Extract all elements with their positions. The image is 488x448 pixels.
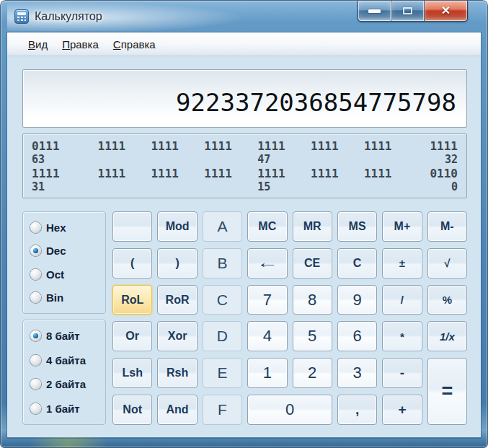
- key-sqrt[interactable]: √: [427, 248, 467, 278]
- key-4[interactable]: 4: [247, 321, 287, 351]
- menu-view[interactable]: Вид: [21, 35, 55, 53]
- key-or[interactable]: Or: [112, 321, 152, 351]
- display-value: 9223372036854775798: [176, 88, 456, 117]
- radio-button-4-byte: [30, 355, 41, 366]
- radio-8-byte[interactable]: 8 байт: [30, 330, 98, 342]
- bit-index-63: 63: [32, 153, 60, 167]
- radio-dec[interactable]: Dec: [30, 245, 98, 257]
- backspace-icon: ←: [256, 255, 278, 271]
- key-clear[interactable]: C: [337, 248, 377, 278]
- bit-index-31: 31: [32, 180, 60, 194]
- close-icon: ✕: [441, 5, 451, 17]
- key-rol[interactable]: RoL: [112, 285, 152, 315]
- bit-group: 1111: [192, 167, 245, 194]
- key-backspace[interactable]: ←: [247, 248, 287, 278]
- radio-bin[interactable]: Bin: [30, 291, 98, 304]
- key-memory-store[interactable]: MS: [337, 211, 377, 242]
- radio-button-1-byte: [30, 403, 41, 414]
- key-negate[interactable]: ±: [382, 248, 422, 278]
- bit-group: 1111: [298, 139, 351, 167]
- icon-keys: [17, 17, 26, 22]
- key-not[interactable]: Not: [112, 395, 152, 425]
- key-6[interactable]: 6: [337, 321, 377, 351]
- key-rsh[interactable]: Rsh: [157, 358, 197, 388]
- key-blank[interactable]: [112, 211, 152, 242]
- key-open-paren[interactable]: (: [112, 248, 152, 278]
- result-display: 9223372036854775798: [22, 69, 467, 128]
- key-hex-e[interactable]: E: [203, 358, 242, 388]
- key-0[interactable]: 0: [247, 395, 332, 425]
- key-1[interactable]: 1: [247, 358, 287, 388]
- titlebar[interactable]: Калькулятор ✕: [7, 0, 481, 32]
- key-subtract[interactable]: -: [382, 358, 422, 388]
- calculator-window: Калькулятор ✕ Вид Правка Справка 9223372…: [0, 0, 488, 448]
- key-9[interactable]: 9: [337, 285, 377, 315]
- bit-group: 1111: [85, 167, 138, 194]
- key-clear-entry[interactable]: CE: [293, 248, 332, 278]
- key-7[interactable]: 7: [247, 285, 287, 315]
- key-hex-a[interactable]: A: [203, 211, 242, 242]
- key-2[interactable]: 2: [293, 358, 332, 388]
- key-hex-c[interactable]: C: [203, 285, 242, 315]
- menu-help[interactable]: Справка: [106, 35, 163, 53]
- key-5[interactable]: 5: [293, 321, 332, 351]
- radio-button-8-byte: [30, 330, 41, 341]
- bit-group: 0111 63: [32, 139, 85, 167]
- key-close-paren[interactable]: ): [157, 248, 197, 278]
- bit-group: 1111: [138, 139, 192, 167]
- key-lsh[interactable]: Lsh: [112, 358, 152, 388]
- minimize-button[interactable]: [358, 1, 391, 22]
- key-equals[interactable]: =: [427, 358, 467, 425]
- main-area: Hex Dec Oct Bin: [22, 211, 467, 425]
- maximize-icon: [403, 7, 412, 14]
- window-chrome: Вид Правка Справка 9223372036854775798 0…: [7, 32, 481, 438]
- radio-button-2-byte: [30, 379, 41, 390]
- number-base-group: Hex Dec Oct Bin: [22, 211, 106, 314]
- key-add[interactable]: +: [382, 395, 422, 425]
- key-xor[interactable]: Xor: [157, 321, 197, 351]
- key-memory-clear[interactable]: MC: [247, 211, 287, 242]
- calculator-app-icon: [14, 9, 29, 24]
- keypad: Mod A MC MR MS M+ M- ( ) B ← CE C ± √ Ro…: [112, 211, 467, 425]
- radio-1-byte[interactable]: 1 байт: [30, 403, 98, 415]
- bit-group: 1111 15: [245, 167, 298, 194]
- close-button[interactable]: ✕: [424, 1, 468, 22]
- bit-group: 1111: [351, 139, 404, 167]
- key-memory-subtract[interactable]: M-: [427, 211, 467, 242]
- minimize-icon: [368, 9, 381, 13]
- radio-button-bin: [30, 292, 41, 303]
- window-title: Калькулятор: [35, 10, 102, 23]
- key-decimal-comma[interactable]: ,: [337, 395, 377, 425]
- key-and[interactable]: And: [157, 395, 197, 425]
- key-8[interactable]: 8: [293, 285, 332, 315]
- radio-4-byte[interactable]: 4 байта: [30, 354, 98, 366]
- bit-index-32: 32: [430, 153, 458, 167]
- key-reciprocal[interactable]: 1/x: [427, 321, 467, 351]
- menu-bar: Вид Правка Справка: [7, 32, 481, 56]
- key-3[interactable]: 3: [337, 358, 377, 388]
- key-percent[interactable]: %: [427, 285, 467, 315]
- bit-display-panel[interactable]: 0111 63 1111 1111 1111 1111 47: [22, 133, 467, 198]
- bit-group: 1111: [138, 167, 192, 194]
- key-divide[interactable]: /: [382, 285, 422, 315]
- key-mod[interactable]: Mod: [157, 211, 197, 242]
- caption-buttons: ✕: [358, 1, 468, 22]
- maximize-button[interactable]: [391, 1, 424, 22]
- key-multiply[interactable]: *: [382, 321, 422, 351]
- menu-edit[interactable]: Правка: [55, 35, 106, 53]
- key-hex-f[interactable]: F: [203, 395, 242, 425]
- key-memory-recall[interactable]: MR: [293, 211, 332, 242]
- key-hex-d[interactable]: D: [203, 321, 242, 351]
- radio-hex[interactable]: Hex: [30, 221, 98, 234]
- word-size-group: 8 байт 4 байта 2 байта 1 байт: [22, 320, 106, 425]
- key-ror[interactable]: RoR: [157, 285, 197, 315]
- icon-screen: [17, 12, 26, 15]
- radio-button-hex: [30, 222, 41, 233]
- bit-group: 1111 47: [245, 139, 298, 167]
- radio-2-byte[interactable]: 2 байта: [30, 378, 98, 390]
- key-memory-add[interactable]: M+: [382, 211, 422, 242]
- key-hex-b[interactable]: B: [203, 248, 242, 278]
- radio-oct[interactable]: Oct: [30, 268, 98, 281]
- radio-button-oct: [30, 269, 41, 280]
- client-area: 9223372036854775798 0111 63 1111 1111 11…: [7, 56, 481, 437]
